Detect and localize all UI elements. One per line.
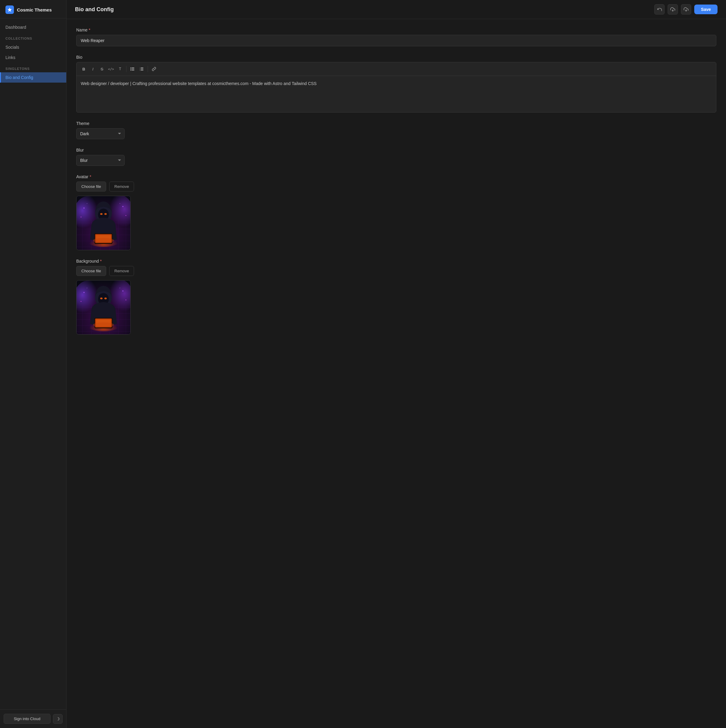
avatar-image-preview [76, 196, 131, 250]
main-area: Bio and Config Save [67, 0, 726, 728]
svg-point-42 [87, 203, 87, 204]
link-button[interactable] [150, 65, 158, 73]
svg-point-40 [81, 217, 81, 217]
editor-toolbar: B I S </> T [76, 62, 716, 76]
background-remove-button[interactable]: Remove [109, 266, 134, 276]
svg-point-38 [84, 208, 85, 209]
svg-point-7 [130, 69, 131, 70]
background-image-preview [76, 280, 131, 335]
logo-icon [5, 5, 14, 14]
svg-rect-4 [131, 69, 134, 69]
download-button[interactable] [681, 4, 691, 15]
collections-section-label: COLLECTIONS [0, 32, 66, 42]
svg-point-71 [87, 288, 87, 288]
avatar-required-star: * [90, 174, 91, 179]
sidebar-item-links[interactable]: Links [0, 52, 66, 63]
save-button[interactable]: Save [694, 5, 718, 14]
theme-toggle-button[interactable]: ☽ [53, 714, 63, 724]
blur-select[interactable]: Blur None [76, 155, 125, 166]
background-image [76, 280, 130, 334]
bold-button[interactable]: B [79, 65, 88, 73]
svg-point-70 [125, 300, 127, 300]
code-button[interactable]: </> [107, 65, 115, 73]
sidebar-logo: Cosmic Themes [0, 0, 66, 18]
avatar-label: Avatar * [76, 174, 716, 179]
svg-point-6 [130, 67, 131, 68]
name-input[interactable] [76, 35, 716, 46]
background-field-group: Background * Choose file Remove [76, 259, 716, 335]
svg-point-62 [104, 297, 107, 299]
bio-editor: B I S </> T [76, 62, 716, 113]
sidebar-item-socials[interactable]: Socials [0, 42, 66, 52]
svg-point-39 [122, 206, 124, 207]
svg-point-68 [122, 291, 124, 292]
page-title: Bio and Config [75, 6, 114, 13]
background-file-actions: Choose file Remove [76, 266, 716, 276]
avatar-choose-file-button[interactable]: Choose file [76, 182, 106, 191]
blur-label: Blur [76, 148, 716, 153]
form-content: Name * Bio B I S </> T [67, 19, 726, 728]
svg-marker-0 [8, 8, 12, 12]
svg-point-32 [100, 213, 102, 215]
name-label: Name * [76, 28, 716, 32]
sidebar-footer: Sign into Cloud ☽ [0, 709, 66, 728]
undo-button[interactable] [654, 4, 665, 15]
svg-rect-3 [131, 67, 134, 68]
background-required-star: * [100, 259, 102, 263]
bio-editor-body[interactable]: Web designer / developer | Crafting prof… [76, 76, 716, 112]
moon-icon: ☽ [56, 716, 60, 721]
svg-point-61 [100, 297, 102, 299]
bio-label: Bio [76, 55, 716, 60]
app-title: Cosmic Themes [17, 7, 52, 12]
svg-point-33 [104, 213, 107, 215]
theme-label: Theme [76, 121, 716, 126]
svg-point-66 [93, 322, 114, 327]
svg-point-43 [119, 203, 120, 204]
bullet-list-button[interactable] [128, 65, 137, 73]
avatar-remove-button[interactable]: Remove [109, 182, 134, 191]
avatar-field-group: Avatar * Choose file Remove [76, 174, 716, 250]
svg-point-8 [130, 70, 131, 71]
bio-field-group: Bio B I S </> T [76, 55, 716, 113]
svg-point-69 [81, 301, 81, 302]
avatar-file-actions: Choose file Remove [76, 182, 716, 191]
theme-select[interactable]: Dark Light Auto [76, 128, 125, 139]
sidebar-item-dashboard[interactable]: Dashboard [0, 22, 66, 32]
ordered-list-button[interactable]: 1 2 3 [138, 65, 146, 73]
singletons-section-label: SINGLETONS [0, 63, 66, 72]
svg-rect-11 [141, 70, 144, 70]
sidebar-item-bio-config[interactable]: Bio and Config [0, 72, 66, 83]
toolbar-separator-2 [148, 66, 148, 72]
topbar: Bio and Config Save [67, 0, 726, 19]
svg-rect-5 [131, 70, 134, 70]
name-field-group: Name * [76, 28, 716, 46]
background-choose-file-button[interactable]: Choose file [76, 266, 106, 276]
svg-rect-9 [141, 67, 144, 68]
sign-in-button[interactable]: Sign into Cloud [4, 714, 50, 724]
avatar-image [76, 196, 130, 250]
svg-point-37 [93, 238, 114, 243]
blur-field-group: Blur Blur None [76, 148, 716, 166]
svg-text:3: 3 [140, 70, 141, 71]
background-label: Background * [76, 259, 716, 263]
svg-point-72 [119, 288, 120, 288]
format-button[interactable]: T [116, 65, 124, 73]
svg-point-67 [84, 292, 85, 293]
toolbar-separator-1 [126, 66, 127, 72]
sidebar: Cosmic Themes Dashboard COLLECTIONS Soci… [0, 0, 67, 728]
svg-rect-10 [141, 69, 144, 69]
name-required-star: * [89, 28, 90, 32]
sidebar-nav: Dashboard COLLECTIONS Socials Links SING… [0, 18, 66, 709]
topbar-actions: Save [654, 4, 718, 15]
theme-field-group: Theme Dark Light Auto [76, 121, 716, 139]
save-cloud-button[interactable] [668, 4, 678, 15]
svg-point-41 [125, 215, 127, 216]
italic-button[interactable]: I [89, 65, 97, 73]
strikethrough-button[interactable]: S [98, 65, 106, 73]
